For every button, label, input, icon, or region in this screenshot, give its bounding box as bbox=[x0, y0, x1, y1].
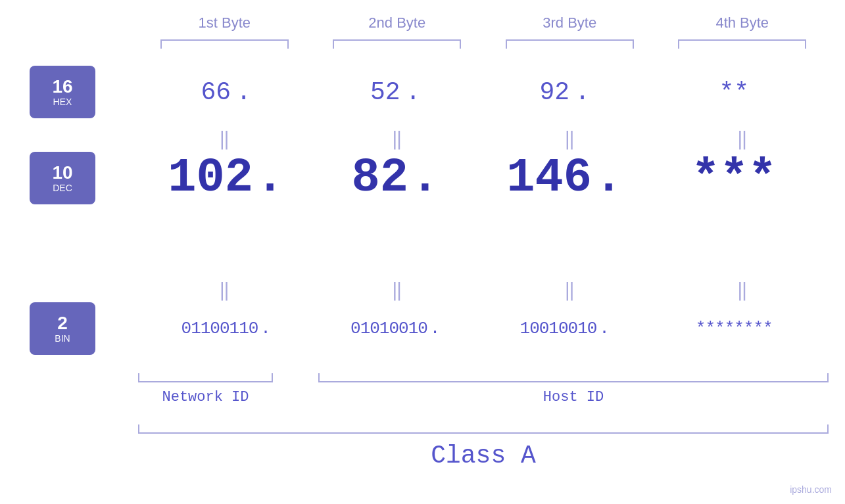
hex-val-2: 52 bbox=[370, 78, 400, 106]
host-id-label: Host ID bbox=[318, 389, 829, 405]
hex-val-3: 92 bbox=[540, 78, 570, 106]
bin-dot-2: . bbox=[430, 319, 441, 338]
eq2-3: ‖ bbox=[497, 279, 642, 302]
bin-label-box: 2 BIN bbox=[30, 302, 95, 355]
dec-dot-2: . bbox=[411, 151, 439, 205]
eq2-1: ‖ bbox=[152, 279, 297, 302]
hex-val-1: 66 bbox=[201, 78, 231, 106]
eq1-3: ‖ bbox=[497, 128, 642, 150]
network-bottom-bracket bbox=[138, 373, 273, 382]
page: 1st Byte 2nd Byte 3rd Byte 4th Byte 16 H… bbox=[0, 0, 845, 504]
eq1-1: ‖ bbox=[152, 128, 297, 150]
equals-row-2: ‖ ‖ ‖ ‖ bbox=[138, 279, 829, 302]
bin-val-2: 01010010 bbox=[350, 319, 427, 338]
hex-label-box: 16 HEX bbox=[30, 66, 95, 118]
hex-dot-1: . bbox=[236, 78, 251, 106]
hex-name: HEX bbox=[53, 97, 72, 107]
eq2-4: ‖ bbox=[670, 279, 815, 302]
dec-name: DEC bbox=[53, 183, 72, 193]
dec-val-3: 146 bbox=[506, 151, 592, 205]
dec-number: 10 bbox=[52, 163, 72, 183]
top-bracket-2 bbox=[333, 39, 461, 49]
dec-dot-1: . bbox=[256, 151, 284, 205]
bin-dot-3: . bbox=[599, 319, 610, 338]
host-bottom-bracket bbox=[318, 373, 829, 382]
hex-number: 16 bbox=[52, 77, 72, 97]
bin-val-4: ******** bbox=[696, 319, 773, 338]
hex-val-4: ** bbox=[719, 78, 749, 106]
dec-val-4: *** bbox=[691, 151, 777, 205]
hex-dot-2: . bbox=[406, 78, 421, 106]
top-bracket-3 bbox=[506, 39, 634, 49]
dec-dot-3: . bbox=[594, 151, 623, 205]
byte-header-1: 1st Byte bbox=[152, 14, 297, 32]
hex-row: 16 HEX 66 . 52 . 92 . ** bbox=[0, 66, 845, 118]
bin-number: 2 bbox=[57, 313, 68, 334]
watermark: ipshu.com bbox=[790, 484, 832, 495]
dec-label-box: 10 DEC bbox=[30, 152, 95, 204]
eq1-4: ‖ bbox=[670, 128, 815, 150]
network-id-label: Network ID bbox=[138, 389, 273, 405]
byte-header-4: 4th Byte bbox=[670, 14, 815, 32]
hex-dot-3: . bbox=[575, 78, 590, 106]
byte-headers: 1st Byte 2nd Byte 3rd Byte 4th Byte bbox=[138, 14, 829, 32]
top-bracket-4 bbox=[678, 39, 806, 49]
byte-header-2: 2nd Byte bbox=[325, 14, 470, 32]
top-bracket-1 bbox=[160, 39, 289, 49]
bin-name: BIN bbox=[55, 333, 70, 344]
dec-val-2: 82 bbox=[351, 151, 408, 205]
class-label: Class A bbox=[138, 442, 829, 470]
dec-row: 10 DEC 102 . 82 . 146 . *** bbox=[0, 151, 845, 205]
byte-header-3: 3rd Byte bbox=[497, 14, 642, 32]
class-bracket bbox=[138, 424, 829, 434]
eq2-2: ‖ bbox=[325, 279, 470, 302]
bin-row: 2 BIN 01100110 . 01010010 . 10010010 . *… bbox=[0, 302, 845, 355]
eq1-2: ‖ bbox=[325, 128, 470, 150]
bin-val-3: 10010010 bbox=[520, 319, 597, 338]
bin-val-1: 01100110 bbox=[181, 319, 258, 338]
top-brackets bbox=[138, 39, 829, 49]
dec-val-1: 102 bbox=[168, 151, 253, 205]
bin-dot-1: . bbox=[260, 319, 271, 338]
equals-row-1: ‖ ‖ ‖ ‖ bbox=[138, 128, 829, 150]
